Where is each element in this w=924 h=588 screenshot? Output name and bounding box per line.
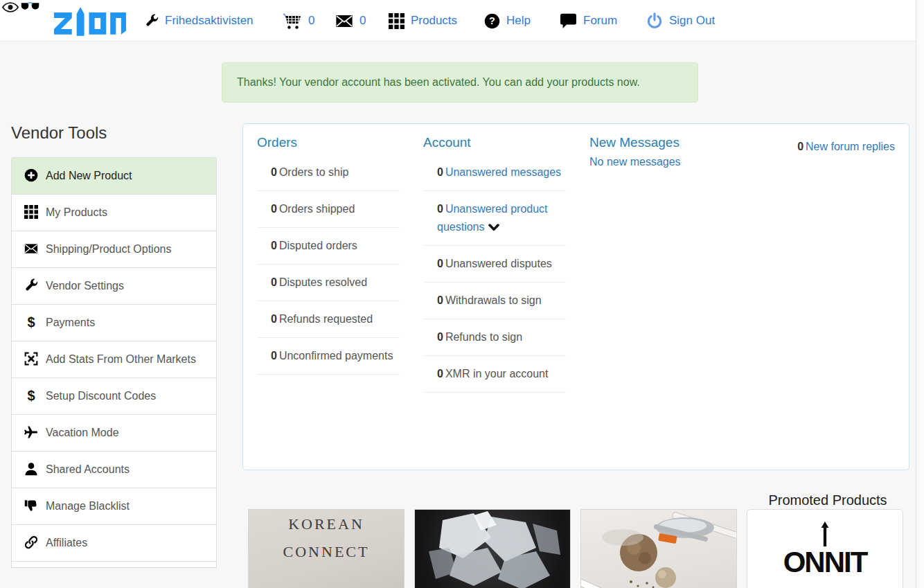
- stat-unanswered-product-questions[interactable]: 0Unanswered product questions: [423, 191, 566, 246]
- account-title: Account: [423, 135, 566, 150]
- dollar-icon: [24, 389, 38, 402]
- power-icon: [646, 12, 663, 29]
- help-icon: [484, 13, 500, 29]
- cart-count: 0: [308, 14, 314, 28]
- chevron-down-icon[interactable]: [488, 224, 499, 231]
- stat-disputes-resolved[interactable]: 0Disputes resolved: [257, 265, 400, 301]
- vendor-activated-alert: Thanks! Your vendor account has been act…: [222, 62, 698, 103]
- eye-icon[interactable]: [2, 1, 19, 13]
- crystal-artwork: [415, 510, 571, 588]
- sidebar-item-shipping-product-options[interactable]: Shipping/Product Options: [11, 231, 217, 268]
- stat-orders-to-ship[interactable]: 0Orders to ship: [257, 154, 400, 191]
- promoted-product-sh33p[interactable]: SH33P: [414, 509, 571, 588]
- grid-icon: [24, 205, 38, 219]
- zion-logo[interactable]: [54, 6, 126, 39]
- nav-vendor-profile-label: Frihedsaktivisten: [165, 14, 254, 28]
- page-scrollbar[interactable]: [916, 0, 924, 588]
- plus-circle-icon: [24, 168, 38, 182]
- sidebar-item-manage-blacklist[interactable]: Manage Blacklist: [11, 488, 217, 525]
- sidebar-title: Vendor Tools: [11, 123, 217, 143]
- stat-xmr-in-account[interactable]: 0XMR in your account: [423, 356, 566, 393]
- promoted-product-korean-connect[interactable]: KOREAN CONNECT: [248, 509, 405, 588]
- stat-unanswered-messages[interactable]: 0Unanswered messages: [423, 154, 566, 191]
- nav-help[interactable]: Help: [484, 0, 531, 42]
- stat-withdrawals-to-sign[interactable]: 0Withdrawals to sign: [423, 283, 566, 319]
- wrench-icon: [145, 14, 159, 28]
- new-forum-replies-link[interactable]: 0New forum replies: [797, 141, 895, 153]
- nav-sign-out[interactable]: Sign Out: [646, 0, 715, 42]
- promoted-product-spoon-syringes[interactable]: [580, 509, 737, 588]
- nav-vendor-profile[interactable]: Frihedsaktivisten: [145, 0, 254, 42]
- sidebar-item-vendor-settings[interactable]: Vendor Settings: [11, 267, 217, 305]
- onnit-logo: ONNIT: [747, 546, 903, 579]
- product-image-text: CONNECT: [249, 543, 404, 561]
- link-icon: [24, 535, 38, 549]
- dashboard-summary-panel: Orders 0Orders to ship 0Orders shipped 0…: [242, 123, 909, 470]
- user-icon: [24, 462, 38, 476]
- plane-icon: [24, 425, 38, 439]
- stat-disputed-orders[interactable]: 0Disputed orders: [257, 228, 400, 265]
- new-messages-column: New Messages No new messages: [589, 135, 797, 168]
- alert-text: Thanks! Your vendor account has been act…: [237, 76, 640, 89]
- forum-icon: [560, 13, 577, 29]
- envelope-icon: [335, 15, 353, 28]
- stat-refunds-requested[interactable]: 0Refunds requested: [257, 301, 400, 338]
- product-logo-text: ONNIT: [783, 546, 867, 578]
- sidebar-item-label: Add Stats From Other Markets: [46, 353, 196, 365]
- sunglasses-icon[interactable]: [21, 2, 39, 11]
- sidebar-item-label: Vacation Mode: [46, 427, 119, 438]
- sidebar-item-setup-discount-codes[interactable]: Setup Discount Codes: [11, 377, 217, 415]
- sidebar-item-label: Add New Product: [46, 170, 132, 181]
- stat-unanswered-disputes[interactable]: 0Unanswered disputes: [423, 246, 566, 283]
- stat-unconfirmed-payments[interactable]: 0Unconfirmed payments: [257, 338, 400, 375]
- nav-sign-out-label: Sign Out: [669, 14, 715, 28]
- messages-count: 0: [359, 14, 366, 28]
- nav-products[interactable]: Products: [389, 0, 457, 42]
- expand-arrows-icon: [24, 352, 38, 366]
- sidebar-item-label: Shipping/Product Options: [46, 243, 171, 255]
- sidebar-item-add-stats-other-markets[interactable]: Add Stats From Other Markets: [11, 341, 217, 378]
- promoted-product-onnit[interactable]: ONNIT: [747, 509, 903, 588]
- vendor-tools-sidebar: Vendor Tools Add New Product My Products…: [11, 123, 217, 568]
- orders-column: Orders 0Orders to ship 0Orders shipped 0…: [257, 135, 400, 375]
- top-navbar: Frihedsaktivisten 0 0 Products Help Foru…: [0, 0, 924, 42]
- product-image-text: KOREAN: [249, 515, 404, 533]
- sidebar-item-partial[interactable]: [11, 561, 217, 568]
- stat-refunds-to-sign[interactable]: 0Refunds to sign: [423, 319, 566, 356]
- nav-help-label: Help: [506, 14, 531, 28]
- sidebar-item-label: Shared Accounts: [46, 463, 130, 475]
- grid-icon: [389, 13, 405, 29]
- promoted-products-row: KOREAN CONNECT SH33P: [248, 509, 903, 588]
- nav-forum-label: Forum: [583, 14, 617, 28]
- nav-messages[interactable]: 0: [335, 0, 366, 42]
- sidebar-item-label: Vendor Settings: [46, 280, 124, 292]
- arrow-up-icon: [819, 521, 831, 547]
- promoted-products-title: Promoted Products: [747, 492, 909, 508]
- sidebar-item-add-new-product[interactable]: Add New Product: [11, 157, 217, 195]
- cart-icon: [283, 12, 302, 30]
- new-messages-title: New Messages: [589, 135, 797, 150]
- sidebar-item-vacation-mode[interactable]: Vacation Mode: [11, 414, 217, 452]
- nav-products-label: Products: [411, 14, 457, 28]
- sidebar-item-shared-accounts[interactable]: Shared Accounts: [11, 451, 217, 488]
- vendor-tools-menu: Add New Product My Products Shipping/Pro…: [11, 157, 217, 568]
- sidebar-item-label: Setup Discount Codes: [46, 390, 156, 402]
- sidebar-item-label: My Products: [46, 206, 107, 218]
- stat-orders-shipped[interactable]: 0Orders shipped: [257, 191, 400, 228]
- thumbs-down-icon: [24, 499, 38, 513]
- sidebar-item-payments[interactable]: Payments: [11, 304, 217, 341]
- orders-title: Orders: [257, 135, 400, 150]
- vendor-dashboard-page: Frihedsaktivisten 0 0 Products Help Foru…: [0, 0, 924, 588]
- nav-cart[interactable]: 0: [283, 0, 314, 42]
- sidebar-item-my-products[interactable]: My Products: [11, 194, 217, 231]
- sidebar-item-label: Manage Blacklist: [46, 500, 130, 512]
- no-new-messages-text[interactable]: No new messages: [589, 156, 797, 168]
- nav-forum[interactable]: Forum: [560, 0, 617, 42]
- spoon-artwork: [581, 510, 737, 588]
- dollar-icon: [24, 315, 38, 329]
- envelope-icon: [24, 243, 38, 254]
- sidebar-item-affiliates[interactable]: Affiliates: [11, 524, 217, 562]
- wrench-icon: [24, 278, 38, 292]
- account-column: Account 0Unanswered messages 0Unanswered…: [423, 135, 566, 393]
- sidebar-item-label: Affiliates: [46, 537, 87, 549]
